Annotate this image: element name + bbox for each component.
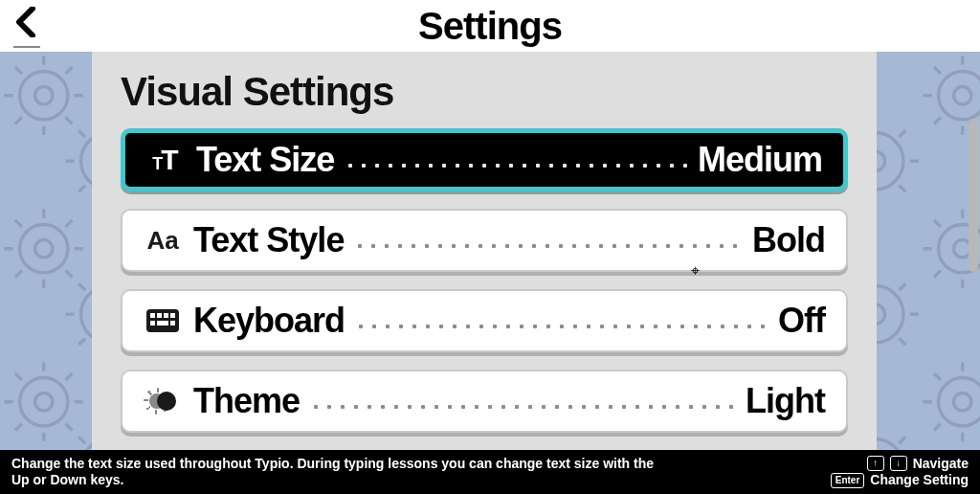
navigate-label: Navigate: [913, 456, 969, 473]
setting-label: Keyboard: [193, 301, 345, 341]
settings-panel: Visual Settings TT Text Size Medium Aa T…: [92, 52, 877, 450]
theme-icon: [144, 390, 182, 413]
setting-text-size[interactable]: TT Text Size Medium: [121, 128, 848, 191]
down-key: ↓: [890, 456, 907, 471]
setting-label: Text Style: [193, 220, 344, 260]
setting-text-style[interactable]: Aa Text Style Bold: [121, 209, 848, 272]
setting-label: Theme: [193, 381, 300, 421]
dot-leader: [353, 243, 743, 249]
setting-theme[interactable]: Theme Light: [121, 370, 848, 433]
setting-value: Bold: [752, 220, 825, 260]
page-title: Settings: [418, 5, 562, 48]
enter-key: Enter: [831, 473, 865, 488]
setting-keyboard[interactable]: Keyboard Off: [121, 289, 848, 352]
setting-value: Medium: [698, 140, 822, 180]
setting-value: Off: [778, 301, 825, 341]
setting-label: Text Size: [196, 140, 334, 180]
hint-text: Change the text size used throughout Typ…: [11, 456, 662, 489]
text-size-icon: TT: [146, 144, 185, 176]
up-key: ↑: [867, 456, 884, 471]
chevron-left-icon: [13, 7, 40, 37]
dot-leader: [309, 404, 736, 410]
header: Settings: [0, 0, 980, 52]
scrollbar[interactable]: [969, 119, 978, 272]
back-button[interactable]: [13, 4, 40, 48]
footer: Change the text size used throughout Typ…: [0, 450, 980, 494]
dot-leader: [354, 324, 768, 329]
footer-shortcuts: ↑ ↓ Navigate Enter Change Setting: [831, 456, 969, 489]
keyboard-icon: [144, 309, 182, 332]
text-style-icon: Aa: [144, 226, 182, 256]
section-title: Visual Settings: [121, 69, 848, 115]
change-setting-label: Change Setting: [870, 472, 969, 489]
main-area: Visual Settings TT Text Size Medium Aa T…: [0, 52, 980, 450]
setting-value: Light: [746, 381, 825, 421]
dot-leader: [344, 163, 688, 168]
